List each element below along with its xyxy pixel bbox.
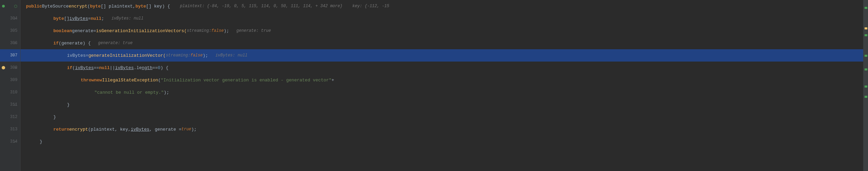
line-number-gutter: ⬡ 304 ▷ 305 306 ▷ 307 308 ▷ 309 310 311 …: [0, 0, 21, 171]
code-309-plus: +: [331, 78, 334, 83]
code-308-eq1: ==: [94, 65, 99, 70]
gutter-row-304: 304 ▷: [0, 12, 20, 25]
hint-false-307: false: [190, 53, 203, 58]
gutter-row-310: 310: [0, 86, 20, 98]
code-line-308: if ( ivBytes == null || ivBytes .le ngth…: [21, 62, 863, 74]
param-key: [] key) {: [146, 4, 170, 9]
hint-true-313: true: [181, 127, 191, 132]
code-line-305: boolean generate = isGenerationInitializ…: [21, 25, 863, 37]
literal-0: 0: [158, 65, 160, 70]
hint-false-305: false: [211, 28, 224, 33]
scroll-marker-green-1: [865, 7, 867, 9]
code-309-paren: (: [158, 78, 161, 83]
gutter-row-306: 306 ▷: [0, 37, 20, 49]
gutter-row-312: 312: [0, 111, 20, 123]
keyword-return: return: [53, 127, 69, 132]
var-ivbytes-313: ivBytes: [131, 127, 149, 132]
fold-icon[interactable]: ▷: [14, 140, 16, 144]
var-ivbytes-307: ivBytes: [67, 53, 86, 58]
paren-open: (: [87, 4, 90, 9]
gutter-row-314: 314 ▷: [0, 135, 20, 148]
keyword-byte2: byte: [135, 4, 146, 9]
line-number: 307: [10, 53, 17, 58]
code-313-close: );: [191, 127, 197, 132]
scroll-marker-green-6: [865, 96, 867, 98]
code-line-304: byte [] ivBytes = null ; ivBytes: null: [21, 12, 863, 25]
code-content-area: public ByteSource encrypt ( byte [] plai…: [21, 0, 863, 171]
scroll-marker-green-4: [865, 68, 867, 70]
fold-icon[interactable]: ▷: [14, 41, 16, 45]
code-305-assign: =: [93, 28, 96, 34]
keyword-public: public: [26, 4, 42, 9]
fold-icon[interactable]: ▷: [14, 16, 16, 21]
scroll-marker-yellow: [865, 27, 867, 29]
code-311-brace: }: [67, 102, 70, 107]
scroll-marker-green-2: [865, 34, 867, 36]
code-308-close: ) {: [160, 65, 168, 70]
code-308-or: ||: [110, 65, 115, 70]
keyword-if-306: if: [53, 41, 59, 46]
hint-ivbytes-304: ivBytes: null: [104, 16, 143, 21]
hint-generate-305: generate: true: [229, 28, 271, 33]
hint-generate-306: generate: true: [91, 41, 132, 45]
code-line-314: }: [21, 135, 863, 148]
scrollbar-track[interactable]: [863, 0, 868, 171]
scrollbar[interactable]: [863, 0, 868, 171]
var-ivbytes-308b: ivBytes: [115, 65, 134, 70]
string-309: "Initialization vector generation is ena…: [161, 78, 331, 83]
code-313-generate: , generate =: [149, 127, 182, 132]
code-line-306: if (generate) { generate: true: [21, 37, 863, 49]
var-ivbytes-decl: ivBytes: [69, 16, 88, 21]
param-plaintext: [] plaintext,: [101, 4, 135, 9]
code-307-assign: =: [86, 53, 89, 58]
method-isGenerate: isGenerationInitializationVectors(: [96, 28, 187, 34]
var-ivbytes-308a: ivBytes: [75, 65, 94, 70]
method-encrypt-313: encrypt: [69, 127, 88, 132]
line-number: 309: [10, 78, 17, 82]
code-line-header: public ByteSource encrypt ( byte [] plai…: [21, 0, 863, 12]
breakpoint-indicator[interactable]: [2, 5, 5, 8]
gutter-row-311: 311 ▷: [0, 98, 20, 111]
line-number: 313: [10, 127, 17, 132]
fold-icon[interactable]: ▷: [14, 103, 16, 107]
gutter-row-305: 305: [0, 25, 20, 37]
keyword-byte: byte: [53, 16, 64, 21]
keyword-if-308: if: [67, 65, 73, 70]
keyword-boolean: boolean: [53, 28, 72, 34]
code-308-dot: .le: [134, 65, 142, 70]
hint-key: key: {-112, -15: [342, 4, 389, 9]
code-line-310: "cannot be null or empty." );: [21, 86, 863, 98]
gutter-row-307: 307: [0, 49, 20, 62]
gutter-row-308: 308 ▷: [0, 62, 20, 74]
method-generateIV: generateInitializationVector(: [88, 53, 166, 58]
line-number: 310: [10, 90, 17, 95]
var-length: ngth: [142, 65, 152, 70]
warning-indicator: [2, 66, 5, 69]
code-editor: ⬡ 304 ▷ 305 306 ▷ 307 308 ▷ 309 310 311 …: [0, 0, 868, 171]
scroll-marker-green-5: [865, 86, 867, 88]
code-304-assign: =: [88, 16, 91, 21]
hint-streaming-307: streaming:: [166, 53, 190, 58]
gutter-row-header: ⬡: [0, 0, 20, 12]
code-307-close: );: [203, 53, 208, 58]
hint-plaintext: plaintext: {-84, -19, 0, 5, 115, 114, 0,…: [170, 4, 342, 9]
keyword-null-304: null: [91, 16, 101, 21]
code-312-brace: }: [53, 115, 56, 120]
code-line-307: ivBytes = generateInitializationVector( …: [21, 49, 863, 62]
code-310-close: );: [164, 90, 169, 95]
fold-icon[interactable]: ▷: [15, 66, 17, 70]
line-number: 312: [10, 115, 17, 119]
gutter-row-313: 313: [0, 123, 20, 135]
code-line-311: }: [21, 98, 863, 111]
line-number: 305: [10, 28, 17, 33]
code-line-309: throw new IllegalStateException ( "Initi…: [21, 74, 863, 86]
keyword-null-308: null: [99, 65, 110, 70]
keyword-new: new: [94, 78, 102, 83]
scroll-marker-green-3: [865, 55, 867, 57]
return-type: ByteSource: [42, 4, 69, 9]
class-illegalstate: IllegalStateException: [102, 78, 158, 83]
var-generate: generate: [72, 28, 93, 34]
code-305-close: );: [224, 28, 229, 34]
code-line-312: }: [21, 111, 863, 123]
string-310: "cannot be null or empty.": [94, 90, 164, 95]
